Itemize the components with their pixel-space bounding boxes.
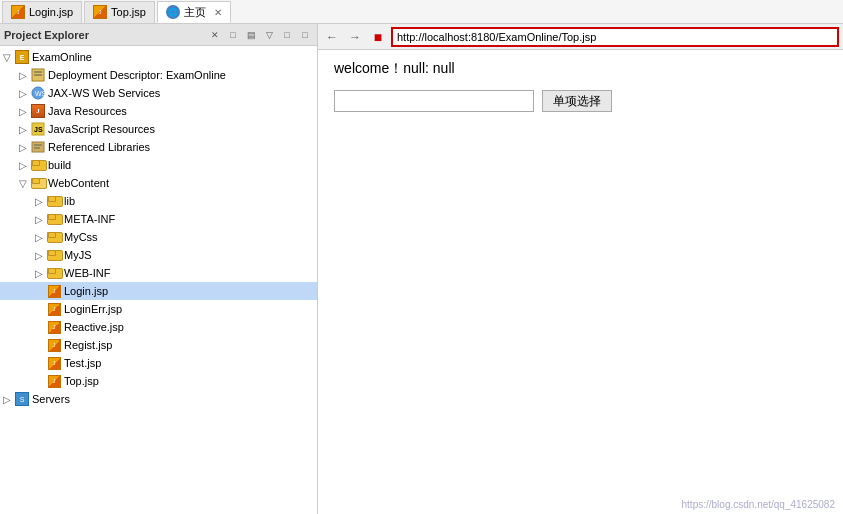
js-res-icon: JS <box>30 122 46 136</box>
tree-item-lib[interactable]: ▷ lib <box>0 192 317 210</box>
browser-content: welcome！null: null 单项选择 <box>318 50 843 514</box>
tree-item-java-res[interactable]: ▷ J Java Resources <box>0 102 317 120</box>
tab-top-jsp-icon: J <box>93 5 107 19</box>
menu-icon[interactable]: ▤ <box>243 27 259 43</box>
svg-text:JS: JS <box>34 126 43 133</box>
tree-item-meta-inf[interactable]: ▷ META-INF <box>0 210 317 228</box>
tree-item-build[interactable]: ▷ build <box>0 156 317 174</box>
expand-ref-libs[interactable]: ▷ <box>16 142 30 153</box>
ref-libs-label: Referenced Libraries <box>48 141 150 153</box>
webcontent-label: WebContent <box>48 177 109 189</box>
regist-jsp-icon: J <box>46 338 62 352</box>
forward-button[interactable]: → <box>345 27 365 47</box>
main-content: Project Explorer ✕ □ ▤ ▽ □ □ ▽ E ExamOnl… <box>0 24 843 514</box>
reactive-jsp-label: Reactive.jsp <box>64 321 124 333</box>
myjs-label: MyJS <box>64 249 92 261</box>
stop-button[interactable]: ■ <box>368 27 388 47</box>
java-res-label: Java Resources <box>48 105 127 117</box>
mycss-folder-icon <box>46 230 62 244</box>
expand-java-res[interactable]: ▷ <box>16 106 30 117</box>
tree-item-ref-libs[interactable]: ▷ Referenced Libraries <box>0 138 317 156</box>
web-inf-folder-icon <box>46 266 62 280</box>
svg-rect-7 <box>32 142 44 152</box>
expand-deployment[interactable]: ▷ <box>16 70 30 81</box>
meta-inf-label: META-INF <box>64 213 115 225</box>
tree-item-mycss[interactable]: ▷ MyCss <box>0 228 317 246</box>
panel-icons: ✕ □ ▤ ▽ □ □ <box>207 27 313 43</box>
tree-item-loginerr-jsp[interactable]: J LoginErr.jsp <box>0 300 317 318</box>
deployment-label: Deployment Descriptor: ExamOnline <box>48 69 226 81</box>
restore-icon[interactable]: □ <box>279 27 295 43</box>
login-jsp-file-icon: J <box>46 284 62 298</box>
web-inf-label: WEB-INF <box>64 267 110 279</box>
form-row: 单项选择 <box>334 90 827 112</box>
js-res-label: JavaScript Resources <box>48 123 155 135</box>
examonline-proj-icon: E <box>14 50 30 64</box>
tree-item-examonline[interactable]: ▽ E ExamOnline <box>0 48 317 66</box>
top-jsp-icon: J <box>46 374 62 388</box>
url-bar[interactable] <box>391 27 839 47</box>
servers-label: Servers <box>32 393 70 405</box>
tree-item-reactive-jsp[interactable]: J Reactive.jsp <box>0 318 317 336</box>
expand-build[interactable]: ▷ <box>16 160 30 171</box>
panel-title: Project Explorer <box>4 29 89 41</box>
tree-item-myjs[interactable]: ▷ MyJS <box>0 246 317 264</box>
tree-item-js-res[interactable]: ▷ JS JavaScript Resources <box>0 120 317 138</box>
expand-lib[interactable]: ▷ <box>32 196 46 207</box>
expand-jaxws[interactable]: ▷ <box>16 88 30 99</box>
tree-item-top-jsp[interactable]: J Top.jsp <box>0 372 317 390</box>
expand-servers[interactable]: ▷ <box>0 394 14 405</box>
maximize-icon[interactable]: □ <box>225 27 241 43</box>
dropdown-icon[interactable]: ▽ <box>261 27 277 43</box>
jsp-icon-2: J <box>93 5 107 19</box>
expand-js-res[interactable]: ▷ <box>16 124 30 135</box>
tab-home-label: 主页 <box>184 5 206 20</box>
expand-myjs[interactable]: ▷ <box>32 250 46 261</box>
tab-login-jsp-icon: J <box>11 5 25 19</box>
tree-item-servers[interactable]: ▷ S Servers <box>0 390 317 408</box>
expand-mycss[interactable]: ▷ <box>32 232 46 243</box>
tree-item-test-jsp[interactable]: J Test.jsp <box>0 354 317 372</box>
panel-header: Project Explorer ✕ □ ▤ ▽ □ □ <box>0 24 317 46</box>
loginerr-jsp-icon: J <box>46 302 62 316</box>
expand-meta-inf[interactable]: ▷ <box>32 214 46 225</box>
ref-libs-icon <box>30 140 46 154</box>
tree-item-jaxws[interactable]: ▷ WS JAX-WS Web Services <box>0 84 317 102</box>
top-jsp-label: Top.jsp <box>64 375 99 387</box>
tree-item-regist-jsp[interactable]: J Regist.jsp <box>0 336 317 354</box>
tree-item-webcontent[interactable]: ▽ WebContent <box>0 174 317 192</box>
webcontent-folder-icon <box>30 176 46 190</box>
answer-input[interactable] <box>334 90 534 112</box>
tab-login-jsp[interactable]: J Login.jsp <box>2 1 82 23</box>
jaxws-label: JAX-WS Web Services <box>48 87 160 99</box>
tree-item-web-inf[interactable]: ▷ WEB-INF <box>0 264 317 282</box>
mycss-label: MyCss <box>64 231 98 243</box>
expand-web-inf[interactable]: ▷ <box>32 268 46 279</box>
loginerr-jsp-label: LoginErr.jsp <box>64 303 122 315</box>
regist-jsp-label: Regist.jsp <box>64 339 112 351</box>
tab-bar: J Login.jsp J Top.jsp 🌐 主页 ✕ <box>0 0 843 24</box>
back-button[interactable]: ← <box>322 27 342 47</box>
tab-home-close[interactable]: ✕ <box>214 7 222 18</box>
close-panel-icon[interactable]: □ <box>297 27 313 43</box>
tree-item-deployment[interactable]: ▷ Deployment Descriptor: ExamOnline <box>0 66 317 84</box>
expand-webcontent[interactable]: ▽ <box>16 178 30 189</box>
jsp-icon: J <box>11 5 25 19</box>
myjs-folder-icon <box>46 248 62 262</box>
minimize-icon[interactable]: ✕ <box>207 27 223 43</box>
tab-home[interactable]: 🌐 主页 ✕ <box>157 1 231 23</box>
globe-icon: 🌐 <box>166 5 180 19</box>
tree-item-login-jsp[interactable]: J Login.jsp <box>0 282 317 300</box>
radio-button[interactable]: 单项选择 <box>542 90 612 112</box>
login-jsp-file-label: Login.jsp <box>64 285 108 297</box>
tab-top-jsp[interactable]: J Top.jsp <box>84 1 155 23</box>
build-folder-icon <box>30 158 46 172</box>
jaxws-icon: WS <box>30 86 46 100</box>
deployment-icon <box>30 68 46 82</box>
test-jsp-icon: J <box>46 356 62 370</box>
project-tree: ▽ E ExamOnline ▷ Deployment Descriptor: … <box>0 46 317 514</box>
expand-examonline[interactable]: ▽ <box>0 52 14 63</box>
tab-top-jsp-label: Top.jsp <box>111 6 146 18</box>
java-res-icon: J <box>30 104 46 118</box>
servers-icon: S <box>14 392 30 406</box>
